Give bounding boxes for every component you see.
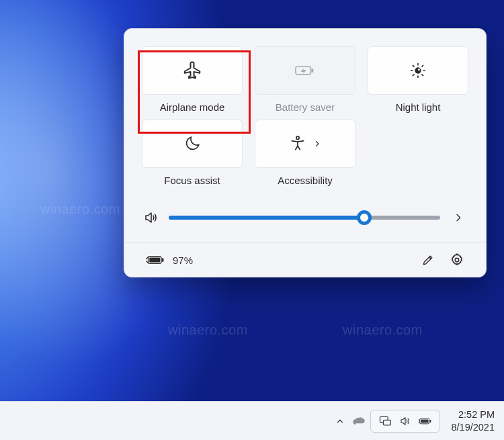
desktop-background: winaero.com winaero.com winaero.com wina… xyxy=(0,0,504,440)
tile-airplane-mode-label: Airplane mode xyxy=(160,101,225,113)
tile-battery-saver-wrap: Battery saver xyxy=(255,46,355,113)
tray-overflow-button[interactable] xyxy=(333,414,347,429)
tile-accessibility[interactable] xyxy=(255,120,355,168)
tile-night-light-wrap: Night light xyxy=(368,46,468,113)
watermark: winaero.com xyxy=(168,322,248,338)
chevron-right-icon xyxy=(313,139,321,148)
focus-assist-icon xyxy=(183,135,201,152)
battery-status[interactable]: 97% xyxy=(146,253,193,267)
edit-button[interactable] xyxy=(421,253,435,267)
tile-airplane-mode-wrap: Airplane mode xyxy=(142,46,243,113)
battery-percent-text: 97% xyxy=(173,255,193,266)
battery-saver-icon xyxy=(294,62,316,79)
network-tray-icon xyxy=(378,414,392,429)
tile-night-light-label: Night light xyxy=(396,101,441,113)
tile-focus-assist[interactable] xyxy=(142,120,243,168)
svg-rect-13 xyxy=(421,419,429,423)
svg-point-4 xyxy=(296,136,299,139)
tile-accessibility-label: Accessibility xyxy=(278,175,333,186)
svg-rect-1 xyxy=(311,69,313,73)
battery-tray-icon xyxy=(418,414,433,429)
taskbar-date: 8/19/2021 xyxy=(451,421,495,433)
quick-settings-footer: 97% xyxy=(142,243,468,277)
quick-settings-panel: Airplane mode Battery saver xyxy=(124,28,487,277)
svg-rect-7 xyxy=(149,257,160,262)
onedrive-tray-icon[interactable] xyxy=(351,414,366,429)
tile-focus-assist-label: Focus assist xyxy=(164,175,220,186)
volume-row xyxy=(142,209,468,226)
accessibility-icon xyxy=(289,135,306,152)
tile-battery-saver-label: Battery saver xyxy=(276,101,335,113)
tile-night-light[interactable] xyxy=(368,46,468,95)
watermark: winaero.com xyxy=(40,202,120,217)
watermark: winaero.com xyxy=(343,322,423,338)
night-light-icon xyxy=(409,61,427,80)
battery-charging-icon xyxy=(146,253,166,267)
svg-point-8 xyxy=(455,258,459,262)
taskbar-clock[interactable]: 2:52 PM 8/19/2021 xyxy=(451,408,495,433)
svg-point-2 xyxy=(415,67,421,73)
svg-rect-12 xyxy=(430,420,431,423)
volume-flyout-button[interactable] xyxy=(450,209,467,226)
svg-rect-10 xyxy=(384,420,391,425)
quick-settings-tiles: Airplane mode Battery saver xyxy=(142,46,468,186)
svg-point-3 xyxy=(418,69,420,71)
taskbar-time: 2:52 PM xyxy=(451,408,495,421)
system-tray-group[interactable] xyxy=(370,410,440,433)
volume-tray-icon xyxy=(398,414,413,429)
settings-button[interactable] xyxy=(450,253,464,267)
tile-airplane-mode[interactable] xyxy=(142,46,243,95)
speaker-icon[interactable] xyxy=(143,210,159,226)
taskbar: 2:52 PM 8/19/2021 xyxy=(0,401,504,440)
tile-accessibility-wrap: Accessibility xyxy=(255,120,355,186)
volume-slider-thumb[interactable] xyxy=(357,210,372,225)
airplane-icon xyxy=(182,60,202,81)
tile-focus-assist-wrap: Focus assist xyxy=(142,120,243,186)
tile-battery-saver xyxy=(255,46,355,95)
svg-rect-6 xyxy=(162,258,164,261)
volume-slider[interactable] xyxy=(169,216,440,220)
